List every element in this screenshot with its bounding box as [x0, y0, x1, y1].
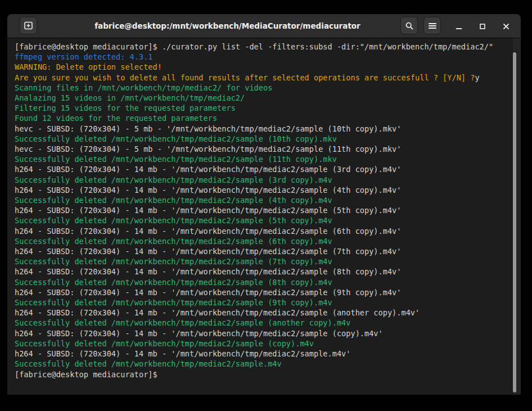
terminal-line: h264 - SUBSD: (720x304) - 14 mb - '/mnt/… — [15, 205, 521, 215]
maximize-button[interactable] — [475, 19, 490, 34]
terminal-line: Successfully deleted /mnt/workbench/tmp/… — [15, 215, 521, 225]
close-button[interactable] — [499, 19, 513, 34]
terminal-line: hevc - SUBSD: (720x304) - 5 mb - '/mnt/w… — [15, 144, 521, 154]
terminal-line: Successfully deleted /mnt/workbench/tmp/… — [15, 338, 521, 349]
terminal-line: Successfully deleted /mnt/workbench/tmp/… — [15, 318, 521, 328]
minimize-icon — [455, 22, 463, 30]
terminal-line: Successfully deleted /mnt/workbench/tmp/… — [15, 175, 521, 185]
scrollbar-thumb[interactable] — [513, 52, 516, 392]
terminal-line: Are you sure you wish to delete all foun… — [15, 73, 521, 83]
headerbar: fabrice@desktop:/mnt/workbench/MediaCura… — [7, 14, 521, 38]
terminal-line: Successfully deleted /mnt/workbench/tmp/… — [15, 297, 521, 308]
terminal-line: h264 - SUBSD: (720x304) - 14 mb - '/mnt/… — [15, 164, 521, 174]
new-tab-icon — [24, 21, 33, 30]
terminal-line: h264 - SUBSD: (720x304) - 14 mb - '/mnt/… — [15, 246, 521, 256]
maximize-icon — [479, 22, 486, 30]
terminal-line: h264 - SUBSD: (720x304) - 14 mb - '/mnt/… — [15, 349, 521, 359]
terminal-line: h264 - SUBSD: (720x304) - 14 mb - '/mnt/… — [15, 328, 521, 338]
terminal-line: h264 - SUBSD: (720x304) - 14 mb - '/mnt/… — [15, 267, 521, 277]
menu-icon — [429, 22, 436, 29]
terminal-line: Successfully deleted /mnt/workbench/tmp/… — [15, 277, 521, 287]
new-tab-button[interactable] — [20, 17, 37, 34]
terminal-window: fabrice@desktop:/mnt/workbench/MediaCura… — [7, 14, 521, 395]
close-icon — [502, 22, 510, 30]
menu-button[interactable] — [423, 17, 441, 34]
minimize-button[interactable] — [452, 19, 466, 34]
terminal-line: h264 - SUBSD: (720x304) - 14 mb - '/mnt/… — [15, 287, 521, 297]
terminal-line: Successfully deleted /mnt/workbench/tmp/… — [15, 359, 521, 369]
terminal-line: hevc - SUBSD: (720x304) - 5 mb - '/mnt/w… — [15, 124, 521, 134]
terminal-line: Filtering 15 videos for the requested pa… — [15, 103, 521, 113]
terminal-line: ffmpeg version detected: 4.3.1 — [15, 52, 521, 62]
terminal-line: Successfully deleted /mnt/workbench/tmp/… — [15, 256, 521, 267]
scrollbar-track — [513, 38, 521, 395]
terminal-line: [fabrice@desktop mediacurator]$ ./curato… — [15, 42, 521, 52]
window-title: fabrice@desktop:/mnt/workbench/MediaCura… — [75, 14, 380, 38]
terminal-line: Found 12 videos for the requested parame… — [15, 113, 521, 123]
terminal-line: Scanning files in /mnt/workbench/tmp/med… — [15, 83, 521, 93]
terminal-line: Successfully deleted /mnt/workbench/tmp/… — [15, 154, 521, 164]
terminal-line: h264 - SUBSD: (720x304) - 14 mb - '/mnt/… — [15, 226, 521, 236]
terminal-line: h264 - SUBSD: (720x304) - 14 mb - '/mnt/… — [15, 308, 521, 318]
terminal-line: h264 - SUBSD: (720x304) - 14 mb - '/mnt/… — [15, 185, 521, 195]
search-button[interactable] — [400, 17, 418, 34]
terminal-line: Successfully deleted /mnt/workbench/tmp/… — [15, 134, 521, 144]
terminal-output[interactable]: [fabrice@desktop mediacurator]$ ./curato… — [7, 38, 521, 395]
terminal-line: WARNING: Delete option selected! — [15, 62, 521, 72]
search-icon — [405, 21, 414, 30]
terminal-line: Successfully deleted /mnt/workbench/tmp/… — [15, 236, 521, 246]
terminal-line: [fabrice@desktop mediacurator]$ — [15, 369, 521, 380]
terminal-line: Analazing 15 videos in /mnt/workbench/tm… — [15, 93, 521, 103]
terminal-line: Successfully deleted /mnt/workbench/tmp/… — [15, 195, 521, 205]
